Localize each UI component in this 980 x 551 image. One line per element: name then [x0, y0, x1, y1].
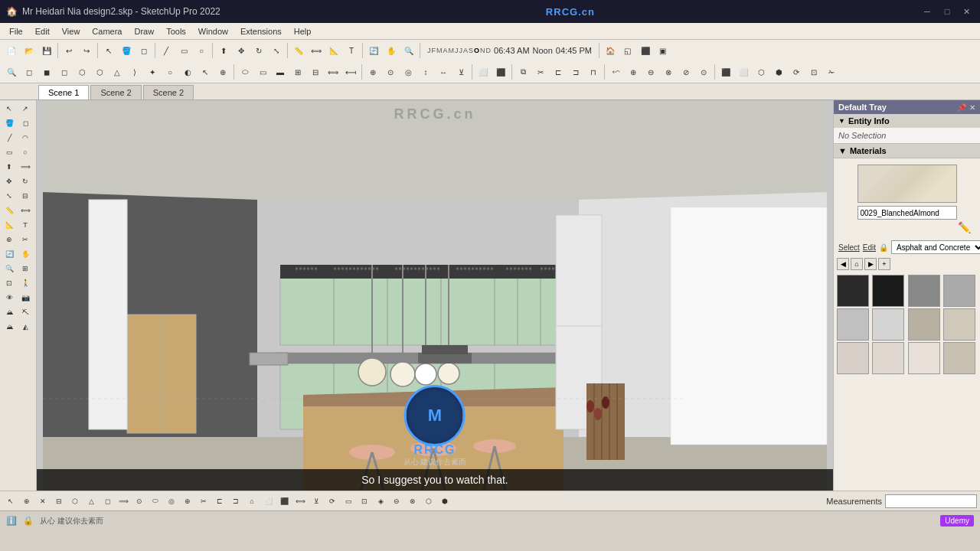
t2-btn16[interactable]: ⊞ [289, 64, 306, 80]
t2-btn12[interactable]: ⊕ [214, 64, 231, 80]
t2-btn9[interactable]: ○ [162, 64, 178, 80]
t2-btn30[interactable]: ⊏ [550, 64, 567, 80]
eraser-tool[interactable]: ◻ [136, 42, 152, 59]
move-left[interactable]: ✥ [2, 174, 17, 188]
maximize-button[interactable]: □ [940, 6, 954, 17]
btm-btn-18[interactable]: ⬛ [276, 494, 292, 509]
btm-btn-8[interactable]: ⟹ [116, 494, 131, 509]
t2-btn15[interactable]: ▬ [272, 64, 289, 80]
t2-btn21[interactable]: ⊙ [382, 64, 399, 80]
dim-left[interactable]: ⟺ [18, 204, 33, 217]
btm-btn-7[interactable]: ◻ [100, 494, 115, 509]
t2-btn37[interactable]: ⊘ [678, 64, 694, 80]
window-controls[interactable]: ─ □ ✕ [920, 6, 974, 17]
offset-tool[interactable]: ⊟ [18, 189, 33, 203]
text-tool[interactable]: T [343, 42, 360, 59]
pan[interactable]: ✋ [383, 42, 400, 59]
t2-btn8[interactable]: ✦ [144, 64, 161, 80]
mat-swatch-11[interactable] [943, 342, 975, 374]
btm-btn-23[interactable]: ⊡ [357, 494, 372, 509]
btm-btn-4[interactable]: ⊟ [51, 494, 67, 509]
tape-measure[interactable]: 📏 [290, 42, 307, 59]
viewport[interactable]: RRCG.cn M RRCG 从心 建议你去素而 So I suggest yo… [37, 100, 833, 491]
btm-btn-20[interactable]: ⊻ [309, 494, 324, 509]
axis-tool[interactable]: ⊕ [2, 233, 17, 246]
btm-btn-21[interactable]: ⟳ [325, 494, 340, 509]
menu-item-extensions[interactable]: Extensions [234, 25, 288, 37]
btm-btn-11[interactable]: ◎ [164, 494, 179, 509]
t2-btn5[interactable]: ⬡ [91, 64, 108, 80]
new-button[interactable]: 📄 [3, 42, 20, 59]
btm-btn-26[interactable]: ⊗ [405, 494, 420, 509]
t2-btn27[interactable]: ⬛ [492, 64, 509, 80]
move-tool[interactable]: ✥ [233, 42, 250, 59]
t2-btn36[interactable]: ⊗ [660, 64, 677, 80]
t2-btn29[interactable]: ✂ [532, 64, 549, 80]
rotate-tool[interactable]: ↻ [250, 42, 267, 59]
t2-btn6[interactable]: △ [109, 64, 126, 80]
rect-tool[interactable]: ▭ [175, 42, 192, 59]
pan-left[interactable]: ✋ [18, 247, 33, 261]
mat-swatch-2[interactable] [908, 275, 940, 307]
btm-btn-15[interactable]: ⊐ [228, 494, 243, 509]
t2-btn34[interactable]: ⊕ [625, 64, 642, 80]
mat-fwd-btn[interactable]: ▶ [864, 258, 877, 270]
tape-left[interactable]: 📏 [2, 204, 17, 217]
t2-btn33[interactable]: ⬿ [607, 64, 624, 80]
search-tool[interactable]: 🔍 [3, 64, 20, 80]
circle-tool[interactable]: ○ [193, 42, 210, 59]
redo-button[interactable]: ↪ [78, 42, 95, 59]
t2-btn24[interactable]: ↔ [435, 64, 452, 80]
t2-btn11[interactable]: ↖ [197, 64, 214, 80]
line-tool[interactable]: ╱ [158, 42, 175, 59]
eraser-left[interactable]: ◻ [18, 116, 33, 130]
mat-category-dropdown[interactable]: Asphalt and Concrete [891, 240, 980, 254]
follow-me[interactable]: ⟹ [18, 160, 33, 174]
mat-swatch-10[interactable] [908, 342, 940, 374]
materials-header[interactable]: ▼ Materials [834, 144, 980, 158]
t2-btn31[interactable]: ⊐ [567, 64, 584, 80]
sandbox2[interactable]: ⛏ [18, 305, 33, 319]
btm-btn-12[interactable]: ⊕ [180, 494, 195, 509]
proto-left[interactable]: 📐 [2, 218, 17, 232]
mat-edit-pencil-icon[interactable]: ✏️ [958, 221, 971, 233]
t2-btn26[interactable]: ⬜ [475, 64, 492, 80]
paint-tool[interactable]: 🪣 [2, 116, 17, 130]
scene-tab-3[interactable]: Scene 2 [143, 85, 194, 99]
tray-close[interactable]: ✕ [969, 103, 975, 112]
select-tool[interactable]: ↖ [100, 42, 117, 59]
btm-btn-10[interactable]: ⬭ [148, 494, 163, 509]
mat-swatch-7[interactable] [943, 308, 975, 341]
scale-left[interactable]: ⤡ [2, 189, 17, 203]
look-around[interactable]: 👁 [2, 291, 17, 305]
section-tool[interactable]: ✂ [18, 233, 33, 246]
btm-btn-13[interactable]: ✂ [196, 494, 211, 509]
zoom-sel[interactable]: ⊡ [2, 276, 17, 290]
entity-info-header[interactable]: ▼ Entity Info [834, 114, 980, 128]
minimize-button[interactable]: ─ [920, 6, 934, 17]
top-view[interactable]: ⬛ [637, 42, 654, 59]
btm-btn-27[interactable]: ⬡ [421, 494, 436, 509]
mat-swatch-9[interactable] [872, 342, 904, 374]
btm-btn-9[interactable]: ⊙ [132, 494, 147, 509]
btm-btn-28[interactable]: ⬢ [437, 494, 452, 509]
menu-item-tools[interactable]: Tools [160, 25, 192, 37]
menu-item-window[interactable]: Window [192, 25, 234, 37]
t2-btn19[interactable]: ⟻ [342, 64, 359, 80]
dimension[interactable]: ⟺ [308, 42, 325, 59]
t2-btn40[interactable]: ⬜ [735, 64, 752, 80]
t2-btn39[interactable]: ⬛ [717, 64, 734, 80]
zoom-ext[interactable]: ⊞ [18, 262, 33, 276]
scene-tab-1[interactable]: Scene 1 [38, 85, 89, 99]
mat-add-btn[interactable]: + [878, 258, 890, 270]
mat-swatch-1[interactable] [872, 275, 904, 307]
mat-back-btn[interactable]: ◀ [837, 258, 849, 270]
btm-btn-5[interactable]: ⬡ [67, 494, 83, 509]
select-tool-left[interactable]: ↖ [2, 102, 17, 116]
btm-btn-14[interactable]: ⊏ [212, 494, 227, 509]
house-view[interactable]: 🏠 [602, 42, 619, 59]
t2-btn42[interactable]: ⬢ [770, 64, 787, 80]
t2-btn1[interactable]: ◻ [21, 64, 38, 80]
t2-btn2[interactable]: ◼ [38, 64, 55, 80]
push-pull[interactable]: ⬆ [215, 42, 232, 59]
